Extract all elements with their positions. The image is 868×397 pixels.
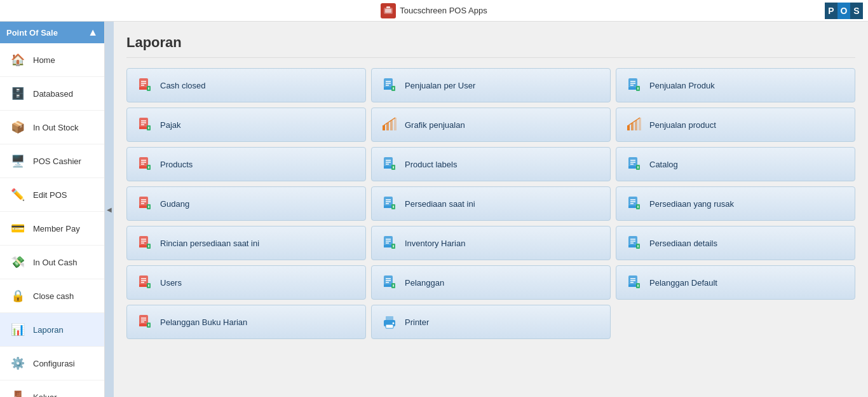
report-card-penjualan-produk[interactable]: Penjualan Produk (616, 68, 855, 102)
svg-rect-60 (628, 166, 637, 169)
report-card-persediaan-yang-rusak[interactable]: Persediaan yang rusak (616, 186, 855, 221)
svg-rect-38 (394, 118, 397, 130)
report-card-catalog[interactable]: Catalog (616, 147, 855, 181)
databased-icon: 🗄️ (8, 83, 28, 104)
report-card-pelanggan[interactable]: Pelanggan (371, 265, 611, 300)
product-labels-icon (381, 155, 398, 173)
sidebar-item-laporan[interactable]: 📊Laporan (0, 313, 104, 347)
svg-rect-124 (384, 284, 393, 287)
svg-rect-44 (139, 166, 148, 169)
pelanggan-buku-harian-icon (136, 313, 154, 331)
report-card-label-persediaan-saat-ini: Persediaan saat ini (405, 199, 475, 209)
report-card-label-pelanggan-default: Pelanggan Default (649, 278, 717, 288)
sidebar-item-databased[interactable]: 🗄️Databased (0, 77, 104, 111)
cash-closed-icon (136, 76, 154, 94)
sidebar-item-in-out-stock[interactable]: 📦In Out Stock (0, 111, 104, 144)
report-card-rincian-persediaan[interactable]: Rincian persediaan saat ini (126, 226, 366, 260)
catalog-icon (625, 155, 643, 173)
svg-rect-1 (385, 9, 391, 13)
svg-rect-12 (384, 87, 393, 90)
sidebar-item-home[interactable]: 🏠Home (0, 43, 104, 77)
pajak-icon (136, 116, 154, 134)
sidebar-item-label-in-out-stock: In Out Stock (33, 123, 79, 132)
svg-rect-76 (384, 205, 393, 208)
sidebar-item-pos-cashier[interactable]: 🖥️POS Cashier (0, 144, 104, 178)
laporan-icon: 📊 (8, 319, 28, 340)
report-card-grafik-penjualan[interactable]: Grafik penjualan (371, 108, 611, 142)
svg-rect-41 (635, 120, 637, 130)
rincian-persediaan-icon (136, 234, 154, 252)
sidebar-item-label-home: Home (33, 55, 55, 65)
page-title: Laporan (126, 34, 855, 58)
svg-point-150 (393, 323, 395, 324)
report-card-label-penjualan-product: Penjualan product (649, 120, 716, 130)
svg-rect-84 (628, 205, 637, 208)
gudang-icon (136, 195, 154, 212)
svg-rect-39 (627, 125, 630, 130)
report-card-label-penjualan-per-user: Penjualan per User (405, 81, 475, 90)
member-pay-icon: 💳 (8, 218, 28, 239)
report-card-products[interactable]: Products (126, 147, 366, 181)
sidebar-item-label-member-pay: Member Pay (33, 224, 80, 233)
sidebar-item-label-edit-pos: Edit POS (33, 190, 67, 200)
inventory-harian-icon (381, 234, 398, 252)
in-out-cash-icon: 💸 (8, 252, 28, 272)
report-card-pelanggan-default[interactable]: Pelanggan Default (616, 265, 855, 300)
svg-rect-92 (139, 245, 148, 247)
app-logo (381, 3, 396, 18)
report-card-label-users: Users (160, 278, 182, 288)
svg-rect-4 (139, 87, 148, 90)
report-card-pelanggan-buku-harian[interactable]: Pelanggan Buku Harian (126, 305, 366, 339)
persediaan-yang-rusak-icon (625, 195, 643, 212)
report-card-users[interactable]: Users (126, 265, 366, 300)
report-card-label-product-labels: Product labels (405, 160, 457, 169)
sidebar-item-label-laporan: Laporan (33, 325, 64, 335)
sidebar-item-member-pay[interactable]: 💳Member Pay (0, 212, 104, 246)
report-card-label-rincian-persediaan: Rincian persediaan saat ini (160, 239, 259, 248)
svg-rect-149 (386, 324, 393, 328)
app-title: Toucschreen POS Apps (381, 3, 487, 18)
report-card-gudang[interactable]: Gudang (126, 186, 366, 221)
sidebar-item-label-databased: Databased (33, 89, 73, 99)
report-card-cash-closed[interactable]: Cash closed (126, 68, 366, 102)
report-card-penjualan-per-user[interactable]: Penjualan per User (371, 68, 611, 102)
report-card-label-persediaan-details: Persediaan details (649, 239, 717, 248)
sidebar-item-configurasi[interactable]: ⚙️Configurasi (0, 347, 104, 380)
edit-pos-icon: ✏️ (8, 185, 28, 205)
report-card-persediaan-details[interactable]: Persediaan details (616, 226, 855, 260)
penjualan-product-icon (625, 116, 643, 134)
persediaan-details-icon (625, 234, 643, 252)
report-card-label-cash-closed: Cash closed (160, 81, 206, 90)
svg-rect-68 (139, 205, 148, 208)
svg-rect-20 (628, 87, 637, 90)
report-card-inventory-harian[interactable]: Inventory Harian (371, 226, 611, 260)
report-card-label-products: Products (160, 160, 193, 169)
sidebar-item-label-keluar: Keluar (33, 393, 57, 398)
svg-rect-100 (384, 245, 393, 247)
report-card-label-grafik-penjualan: Grafik penjualan (405, 120, 465, 130)
report-card-persediaan-saat-ini[interactable]: Persediaan saat ini (371, 186, 611, 221)
report-card-label-pelanggan: Pelanggan (405, 278, 444, 288)
collapse-handle[interactable]: ◀ (105, 22, 114, 397)
report-card-printer[interactable]: Printer (371, 305, 611, 339)
penjualan-per-user-icon (381, 76, 398, 94)
report-card-product-labels[interactable]: Product labels (371, 147, 611, 181)
sidebar-item-edit-pos[interactable]: ✏️Edit POS (0, 178, 104, 212)
svg-rect-42 (639, 118, 641, 130)
sidebar-item-keluar[interactable]: 🚪Keluar (0, 380, 104, 397)
svg-rect-108 (628, 245, 637, 247)
sidebar-item-in-out-cash[interactable]: 💸In Out Cash (0, 246, 104, 279)
configurasi-icon: ⚙️ (8, 353, 28, 373)
sidebar-item-close-cash[interactable]: 🔒Close cash (0, 279, 104, 313)
svg-rect-35 (383, 125, 385, 130)
svg-rect-37 (390, 120, 393, 130)
svg-rect-116 (139, 284, 148, 287)
close-cash-icon: 🔒 (8, 286, 28, 306)
report-card-penjualan-product[interactable]: Penjualan product (616, 108, 855, 142)
penjualan-produk-icon (625, 76, 643, 94)
report-card-pajak[interactable]: Pajak (126, 108, 366, 142)
sidebar-header: Point Of Sale ▲ (0, 22, 104, 43)
sidebar-collapse-icon[interactable]: ▲ (88, 27, 98, 38)
svg-rect-140 (139, 324, 148, 326)
pos-cashier-icon: 🖥️ (8, 151, 28, 171)
